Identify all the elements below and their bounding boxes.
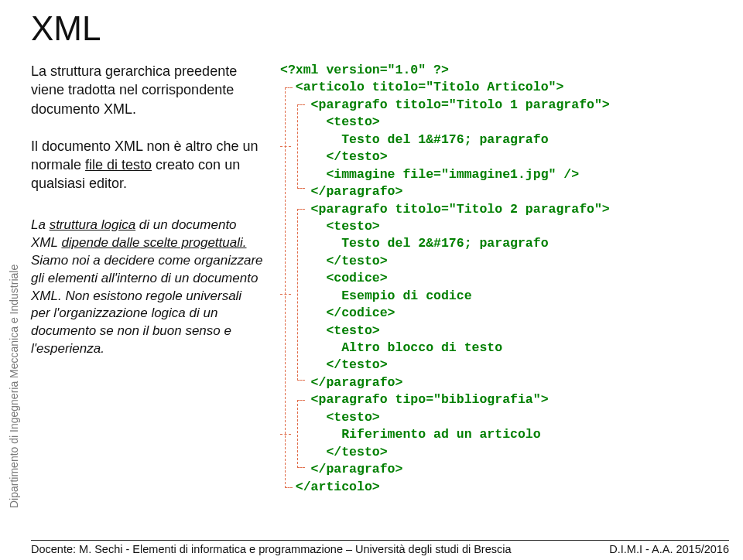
department-label: Dipartimento di Ingegneria Meccanica e I…	[8, 265, 20, 508]
bracket-paragrafo-2	[297, 209, 305, 381]
page-title: XML	[31, 9, 729, 48]
paragraph-1: La struttura gerarchica preedente viene …	[31, 62, 263, 118]
tick-paragrafo-1	[280, 146, 291, 147]
tick-paragrafo-2	[280, 294, 291, 295]
code-column: <?xml version="1.0" ?> <articolo titolo=…	[280, 62, 729, 496]
footer: Docente: M. Sechi - Elementi di informat…	[31, 540, 729, 555]
department-sidebar: Dipartimento di Ingegneria Meccanica e I…	[0, 258, 28, 517]
underline-struttura-logica: struttura logica	[50, 217, 136, 232]
footer-right: D.I.M.I - A.A. 2015/2016	[609, 543, 729, 555]
footer-left: Docente: M. Sechi - Elementi di informat…	[31, 543, 512, 555]
underline-file-di-testo: file di testo	[85, 157, 152, 172]
paragraph-2: Il documento XML non è altro che un norm…	[31, 137, 263, 193]
bracket-paragrafo-3	[297, 400, 305, 468]
tick-paragrafo-3	[280, 434, 291, 435]
slide-body: XML La struttura gerarchica preedente vi…	[31, 9, 729, 529]
bracket-paragrafo-1	[297, 104, 305, 189]
bracket-articolo	[285, 87, 293, 488]
content-columns: La struttura gerarchica preedente viene …	[31, 62, 729, 496]
underline-dipende-scelte: dipende dalle scelte progettuali.	[61, 235, 246, 250]
xml-code-block: <?xml version="1.0" ?> <articolo titolo=…	[280, 62, 729, 496]
paragraph-3: La struttura logica di un documento XML …	[31, 217, 263, 359]
left-text-column: La struttura gerarchica preedente viene …	[31, 62, 263, 496]
